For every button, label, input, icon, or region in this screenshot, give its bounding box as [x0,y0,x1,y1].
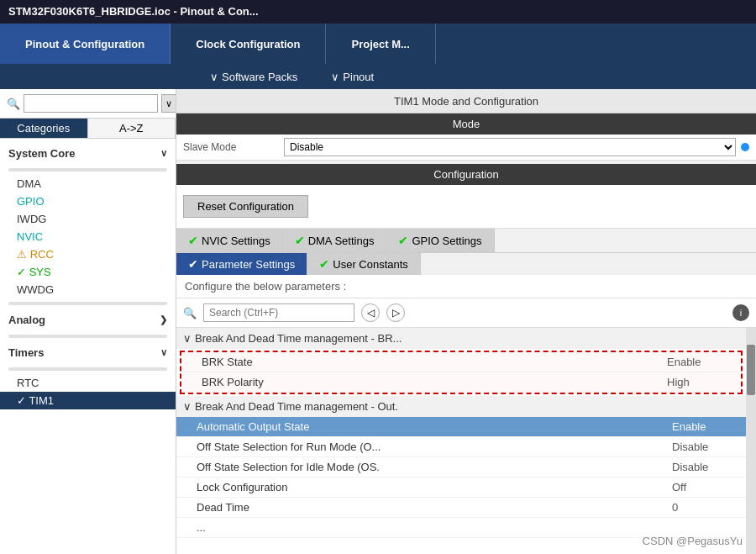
sidebar-item-tim1[interactable]: ✓ TIM1 [0,392,176,409]
sidebar-item-sys[interactable]: ✓ SYS [0,263,176,281]
search-icon-param: 🔍 [183,307,197,319]
check-icon-gpio: ✔ [398,234,408,247]
chevron-down-icon: ∨ [160,148,167,159]
tabs-row-2: ✔ Parameter Settings ✔ User Constants [176,253,756,275]
sidebar-divider-2 [8,302,167,305]
param-row-auto-output[interactable]: Automatic Output State Enable [176,417,746,437]
sidebar-search-input[interactable] [24,94,158,113]
sidebar-divider-3 [8,335,167,338]
check-icon-nvic: ✔ [188,234,198,247]
content-header: TIM1 Mode and Configuration [176,89,756,113]
search-next-btn[interactable]: ▷ [386,303,405,322]
warning-icon: ⚠ [17,248,30,261]
filter-tab-atoz[interactable]: A->Z [88,119,176,138]
param-row-brk-polarity[interactable]: BRK Polarity High [181,372,741,393]
mode-select[interactable]: Disable [284,138,736,156]
config-section-header: Configuration [176,164,756,185]
param-row-off-idle[interactable]: Off State Selection for Idle Mode (OS. D… [176,457,746,477]
filter-tab-categories[interactable]: Categories [0,119,88,138]
param-row-dead-time[interactable]: Dead Time 0 [176,498,746,518]
title-bar: STM32F030K6T6_HBRIDGE.ioc - Pinout & Con… [0,0,756,24]
param-group-break-br[interactable]: ∨ Break And Dead Time management - BR... [176,328,746,349]
highlighted-group-br: BRK State Enable BRK Polarity High [180,351,743,394]
chevron-right-icon: ❯ [160,314,167,325]
top-nav: Pinout & Configuration Clock Configurati… [0,24,756,64]
param-search-input[interactable] [203,303,354,322]
tab-parameter-settings[interactable]: ✔ Parameter Settings [176,253,307,275]
tab-user-constants[interactable]: ✔ User Constants [307,253,421,275]
sub-nav: ∨ Software Packs ∨ Pinout [0,64,756,89]
sidebar-group-analog[interactable]: Analog ❯ [0,309,176,331]
param-description: Configure the below parameters : [176,275,756,298]
sidebar-item-rcc[interactable]: ⚠ RCC [0,245,176,263]
sidebar-item-iwdg[interactable]: IWDG [0,210,176,228]
param-row-lock[interactable]: Lock Configuration Off [176,477,746,498]
sidebar-dropdown-btn[interactable]: ∨ [161,94,176,113]
sidebar-group-system-core[interactable]: System Core ∨ [0,142,176,165]
check-icon-user: ✔ [319,257,329,271]
check-icon-param: ✔ [188,257,198,271]
scrollbar-track[interactable] [746,328,756,554]
mode-label: Slave Mode [183,141,284,153]
filter-tabs: Categories A->Z [0,119,176,139]
sidebar-item-nvic[interactable]: NVIC [0,228,176,245]
mode-section-header: Mode [176,113,756,135]
chevron-down-icon-2: ∨ [160,347,167,358]
sidebar-item-wwdg[interactable]: WWDG [0,281,176,298]
param-row-off-run[interactable]: Off State Selection for Run Mode (O... D… [176,437,746,457]
sidebar-search-bar: 🔍 ∨ [0,89,176,119]
subnav-software-packs[interactable]: ∨ Software Packs [193,64,314,89]
main-layout: 🔍 ∨ Categories A->Z System Core ∨ DMA [0,89,756,554]
search-prev-btn[interactable]: ◁ [361,303,380,322]
param-row-brk-state[interactable]: BRK State Enable [181,352,741,372]
info-button[interactable]: i [732,304,749,321]
watermark: CSDN @PegasusYu [643,535,743,547]
reset-config-button[interactable]: Reset Configuration [183,195,308,218]
check-icon-2: ✓ [17,394,29,407]
scrollbar-thumb[interactable] [747,345,755,395]
sidebar-group-timers[interactable]: Timers ∨ [0,341,176,364]
tab-clock[interactable]: Clock Configuration [171,24,326,64]
check-icon: ✓ [17,266,29,278]
sidebar-divider [8,168,167,171]
tab-project[interactable]: Project M... [326,24,435,64]
tab-gpio-settings[interactable]: ✔ GPIO Settings [386,229,494,252]
mode-dot [741,143,749,151]
param-search-row: 🔍 ◁ ▷ i [176,298,756,328]
param-group-break-out[interactable]: ∨ Break And Dead Time management - Out. [176,396,746,417]
check-icon-dma: ✔ [295,234,305,247]
tab-dma-settings[interactable]: ✔ DMA Settings [283,229,387,252]
tab-pinout[interactable]: Pinout & Configuration [0,24,171,64]
tab-nvic-settings[interactable]: ✔ NVIC Settings [176,229,283,252]
param-table: ∨ Break And Dead Time management - BR...… [176,328,746,554]
sidebar-item-rtc[interactable]: RTC [0,374,176,392]
sidebar-item-gpio[interactable]: GPIO [0,193,176,210]
title-text: STM32F030K6T6_HBRIDGE.ioc - Pinout & Con… [8,5,259,18]
sidebar-item-dma[interactable]: DMA [0,175,176,193]
sidebar-section: System Core ∨ DMA GPIO IWDG NVIC ⚠ RCC ✓ [0,139,176,413]
subnav-pinout[interactable]: ∨ Pinout [314,64,391,89]
tabs-row-1: ✔ NVIC Settings ✔ DMA Settings ✔ GPIO Se… [176,229,756,253]
search-icon: 🔍 [7,98,20,110]
param-table-container: ∨ Break And Dead Time management - BR...… [176,328,756,554]
sidebar: 🔍 ∨ Categories A->Z System Core ∨ DMA [0,89,176,554]
sidebar-divider-4 [8,367,167,371]
mode-row: Slave Mode Disable [176,135,756,161]
